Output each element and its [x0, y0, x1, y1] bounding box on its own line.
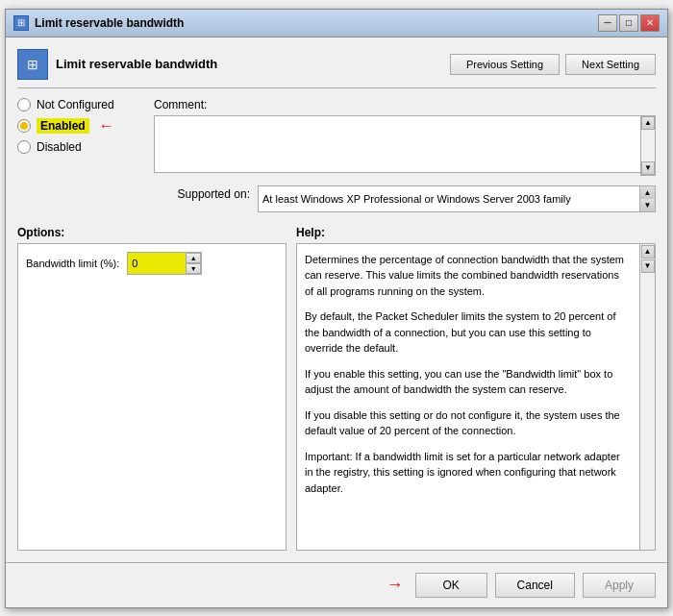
comment-section: Comment: ▲ ▼ — [154, 98, 656, 176]
header-icon: ⊞ — [17, 49, 48, 80]
title-bar-left: ⊞ Limit reservable bandwidth — [13, 15, 184, 31]
options-panel: Options: Bandwidth limit (%): ▲ ▼ — [17, 226, 287, 551]
help-scrollbar: ▲ ▼ — [639, 244, 655, 550]
help-para-5: Important: If a bandwidth limit is set f… — [305, 449, 628, 497]
not-configured-radio[interactable] — [17, 98, 31, 111]
ok-button[interactable]: OK — [415, 573, 487, 598]
disabled-label: Disabled — [37, 140, 82, 154]
comment-scroll-down[interactable]: ▼ — [641, 161, 655, 175]
window-icon: ⊞ — [13, 15, 29, 31]
enabled-option[interactable]: Enabled ← — [17, 117, 142, 135]
spinner-down[interactable]: ▼ — [186, 263, 201, 274]
maximize-button[interactable]: □ — [619, 14, 638, 32]
comment-label: Comment: — [154, 98, 656, 111]
title-bar: ⊞ Limit reservable bandwidth ─ □ ✕ — [6, 10, 667, 37]
options-box: Bandwidth limit (%): ▲ ▼ — [17, 243, 287, 551]
disabled-radio[interactable] — [17, 140, 31, 154]
help-panel: Help: Determines the percentage of conne… — [296, 226, 656, 551]
ok-arrow: → — [386, 575, 404, 595]
comment-scroll-up[interactable]: ▲ — [641, 116, 655, 130]
supported-scroll-up[interactable]: ▲ — [640, 186, 655, 199]
help-scroll-up[interactable]: ▲ — [641, 245, 655, 259]
radio-comment-row: Not Configured Enabled ← Disabled Commen… — [17, 98, 656, 212]
window-title: Limit reservable bandwidth — [35, 16, 184, 30]
supported-text: At least Windows XP Professional or Wind… — [262, 193, 588, 205]
supported-row: Supported on: At least Windows XP Profes… — [154, 185, 656, 212]
prev-setting-button[interactable]: Previous Setting — [450, 54, 560, 75]
spinner-up[interactable]: ▲ — [186, 253, 201, 263]
bandwidth-input-wrapper: ▲ ▼ — [127, 252, 202, 275]
main-panels: Options: Bandwidth limit (%): ▲ ▼ — [17, 226, 656, 551]
supported-label: Supported on: — [154, 185, 250, 201]
bandwidth-input[interactable] — [128, 253, 186, 274]
comment-textarea[interactable] — [154, 115, 656, 173]
spinner-buttons: ▲ ▼ — [186, 253, 201, 274]
supported-scrollbar: ▲ ▼ — [639, 186, 655, 211]
cancel-button[interactable]: Cancel — [495, 573, 575, 598]
help-para-2: By default, the Packet Scheduler limits … — [305, 308, 628, 357]
right-panel: Comment: ▲ ▼ Supported on: At least Wind… — [154, 98, 656, 212]
title-controls: ─ □ ✕ — [598, 14, 660, 32]
not-configured-label: Not Configured — [37, 98, 114, 111]
nav-buttons: Previous Setting Next Setting — [450, 54, 656, 75]
close-button[interactable]: ✕ — [640, 14, 660, 32]
help-title: Help: — [296, 226, 656, 239]
enabled-radio[interactable] — [17, 119, 31, 133]
footer: → OK Cancel Apply — [6, 562, 667, 607]
supported-scroll-down[interactable]: ▼ — [640, 199, 655, 211]
next-setting-button[interactable]: Next Setting — [565, 54, 656, 75]
enabled-label: Enabled — [37, 118, 89, 134]
help-text-content: Determines the percentage of connection … — [305, 252, 647, 497]
help-scroll-down[interactable]: ▼ — [641, 259, 655, 273]
main-window: ⊞ Limit reservable bandwidth ─ □ ✕ ⊞ Lim… — [5, 9, 668, 608]
enabled-arrow: ← — [99, 117, 114, 135]
header-title: Limit reservable bandwidth — [56, 57, 217, 71]
not-configured-option[interactable]: Not Configured — [17, 98, 142, 111]
disabled-option[interactable]: Disabled — [17, 140, 142, 154]
help-para-3: If you enable this setting, you can use … — [305, 366, 628, 398]
help-para-4: If you disable this setting or do not co… — [305, 407, 628, 439]
content-area: ⊞ Limit reservable bandwidth Previous Se… — [6, 37, 667, 562]
options-title: Options: — [17, 226, 287, 239]
header-title-row: ⊞ Limit reservable bandwidth — [17, 49, 217, 80]
comment-scrollbar: ▲ ▼ — [640, 115, 656, 176]
bandwidth-label: Bandwidth limit (%): — [26, 258, 119, 269]
header-section: ⊞ Limit reservable bandwidth Previous Se… — [17, 49, 656, 88]
apply-button[interactable]: Apply — [583, 573, 656, 598]
help-para-1: Determines the percentage of connection … — [305, 252, 628, 300]
radio-group: Not Configured Enabled ← Disabled — [17, 98, 142, 212]
help-box: Determines the percentage of connection … — [296, 243, 656, 551]
minimize-button[interactable]: ─ — [598, 14, 617, 32]
bandwidth-row: Bandwidth limit (%): ▲ ▼ — [26, 252, 278, 275]
supported-box: At least Windows XP Professional or Wind… — [258, 185, 656, 212]
